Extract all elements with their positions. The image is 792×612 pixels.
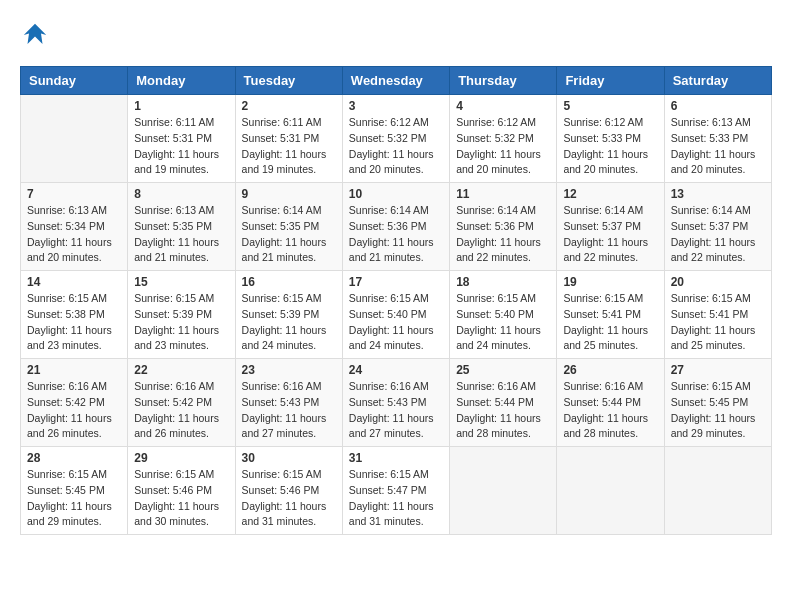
calendar-cell — [450, 447, 557, 535]
daylight-text: Daylight: 11 hours and 22 minutes. — [456, 235, 550, 267]
calendar-cell: 23Sunrise: 6:16 AMSunset: 5:43 PMDayligh… — [235, 359, 342, 447]
calendar-day-header: Wednesday — [342, 67, 449, 95]
daylight-text: Daylight: 11 hours and 29 minutes. — [27, 499, 121, 531]
logo-bird-icon — [20, 20, 50, 50]
sunset-text: Sunset: 5:41 PM — [671, 307, 765, 323]
day-number: 4 — [456, 99, 550, 113]
sunset-text: Sunset: 5:37 PM — [671, 219, 765, 235]
calendar-cell: 21Sunrise: 6:16 AMSunset: 5:42 PMDayligh… — [21, 359, 128, 447]
day-info: Sunrise: 6:15 AMSunset: 5:47 PMDaylight:… — [349, 467, 443, 530]
day-number: 3 — [349, 99, 443, 113]
day-info: Sunrise: 6:16 AMSunset: 5:42 PMDaylight:… — [134, 379, 228, 442]
sunrise-text: Sunrise: 6:16 AM — [456, 379, 550, 395]
calendar-cell — [557, 447, 664, 535]
day-info: Sunrise: 6:13 AMSunset: 5:34 PMDaylight:… — [27, 203, 121, 266]
sunset-text: Sunset: 5:31 PM — [134, 131, 228, 147]
sunset-text: Sunset: 5:33 PM — [563, 131, 657, 147]
calendar-cell: 22Sunrise: 6:16 AMSunset: 5:42 PMDayligh… — [128, 359, 235, 447]
calendar-cell: 31Sunrise: 6:15 AMSunset: 5:47 PMDayligh… — [342, 447, 449, 535]
daylight-text: Daylight: 11 hours and 24 minutes. — [349, 323, 443, 355]
calendar-cell: 7Sunrise: 6:13 AMSunset: 5:34 PMDaylight… — [21, 183, 128, 271]
calendar-table: SundayMondayTuesdayWednesdayThursdayFrid… — [20, 66, 772, 535]
calendar-cell: 9Sunrise: 6:14 AMSunset: 5:35 PMDaylight… — [235, 183, 342, 271]
calendar-cell: 8Sunrise: 6:13 AMSunset: 5:35 PMDaylight… — [128, 183, 235, 271]
calendar-cell: 5Sunrise: 6:12 AMSunset: 5:33 PMDaylight… — [557, 95, 664, 183]
day-info: Sunrise: 6:16 AMSunset: 5:44 PMDaylight:… — [563, 379, 657, 442]
day-number: 16 — [242, 275, 336, 289]
sunset-text: Sunset: 5:40 PM — [349, 307, 443, 323]
sunrise-text: Sunrise: 6:15 AM — [563, 291, 657, 307]
calendar-cell: 3Sunrise: 6:12 AMSunset: 5:32 PMDaylight… — [342, 95, 449, 183]
day-info: Sunrise: 6:14 AMSunset: 5:36 PMDaylight:… — [349, 203, 443, 266]
calendar-cell: 11Sunrise: 6:14 AMSunset: 5:36 PMDayligh… — [450, 183, 557, 271]
day-number: 30 — [242, 451, 336, 465]
daylight-text: Daylight: 11 hours and 27 minutes. — [242, 411, 336, 443]
sunset-text: Sunset: 5:39 PM — [134, 307, 228, 323]
day-info: Sunrise: 6:16 AMSunset: 5:43 PMDaylight:… — [242, 379, 336, 442]
daylight-text: Daylight: 11 hours and 20 minutes. — [456, 147, 550, 179]
day-info: Sunrise: 6:12 AMSunset: 5:33 PMDaylight:… — [563, 115, 657, 178]
day-info: Sunrise: 6:14 AMSunset: 5:36 PMDaylight:… — [456, 203, 550, 266]
daylight-text: Daylight: 11 hours and 19 minutes. — [134, 147, 228, 179]
day-number: 22 — [134, 363, 228, 377]
day-info: Sunrise: 6:15 AMSunset: 5:40 PMDaylight:… — [456, 291, 550, 354]
day-info: Sunrise: 6:15 AMSunset: 5:45 PMDaylight:… — [671, 379, 765, 442]
sunset-text: Sunset: 5:40 PM — [456, 307, 550, 323]
sunset-text: Sunset: 5:34 PM — [27, 219, 121, 235]
day-number: 6 — [671, 99, 765, 113]
daylight-text: Daylight: 11 hours and 30 minutes. — [134, 499, 228, 531]
day-info: Sunrise: 6:11 AMSunset: 5:31 PMDaylight:… — [242, 115, 336, 178]
sunrise-text: Sunrise: 6:16 AM — [563, 379, 657, 395]
daylight-text: Daylight: 11 hours and 31 minutes. — [242, 499, 336, 531]
sunrise-text: Sunrise: 6:16 AM — [27, 379, 121, 395]
day-number: 23 — [242, 363, 336, 377]
calendar-cell: 16Sunrise: 6:15 AMSunset: 5:39 PMDayligh… — [235, 271, 342, 359]
day-number: 18 — [456, 275, 550, 289]
daylight-text: Daylight: 11 hours and 27 minutes. — [349, 411, 443, 443]
sunrise-text: Sunrise: 6:15 AM — [671, 379, 765, 395]
sunset-text: Sunset: 5:43 PM — [242, 395, 336, 411]
day-number: 12 — [563, 187, 657, 201]
day-number: 11 — [456, 187, 550, 201]
day-number: 27 — [671, 363, 765, 377]
calendar-cell: 27Sunrise: 6:15 AMSunset: 5:45 PMDayligh… — [664, 359, 771, 447]
sunset-text: Sunset: 5:38 PM — [27, 307, 121, 323]
calendar-cell: 1Sunrise: 6:11 AMSunset: 5:31 PMDaylight… — [128, 95, 235, 183]
sunrise-text: Sunrise: 6:15 AM — [456, 291, 550, 307]
daylight-text: Daylight: 11 hours and 21 minutes. — [242, 235, 336, 267]
day-number: 7 — [27, 187, 121, 201]
calendar-cell: 2Sunrise: 6:11 AMSunset: 5:31 PMDaylight… — [235, 95, 342, 183]
day-info: Sunrise: 6:16 AMSunset: 5:43 PMDaylight:… — [349, 379, 443, 442]
daylight-text: Daylight: 11 hours and 24 minutes. — [242, 323, 336, 355]
daylight-text: Daylight: 11 hours and 22 minutes. — [563, 235, 657, 267]
daylight-text: Daylight: 11 hours and 28 minutes. — [456, 411, 550, 443]
day-number: 19 — [563, 275, 657, 289]
calendar-day-header: Thursday — [450, 67, 557, 95]
calendar-cell: 4Sunrise: 6:12 AMSunset: 5:32 PMDaylight… — [450, 95, 557, 183]
sunset-text: Sunset: 5:45 PM — [27, 483, 121, 499]
calendar-cell: 29Sunrise: 6:15 AMSunset: 5:46 PMDayligh… — [128, 447, 235, 535]
daylight-text: Daylight: 11 hours and 28 minutes. — [563, 411, 657, 443]
sunrise-text: Sunrise: 6:12 AM — [563, 115, 657, 131]
sunset-text: Sunset: 5:42 PM — [134, 395, 228, 411]
sunset-text: Sunset: 5:45 PM — [671, 395, 765, 411]
day-info: Sunrise: 6:11 AMSunset: 5:31 PMDaylight:… — [134, 115, 228, 178]
sunrise-text: Sunrise: 6:16 AM — [134, 379, 228, 395]
calendar-day-header: Tuesday — [235, 67, 342, 95]
calendar-day-header: Sunday — [21, 67, 128, 95]
day-info: Sunrise: 6:14 AMSunset: 5:35 PMDaylight:… — [242, 203, 336, 266]
calendar-cell: 28Sunrise: 6:15 AMSunset: 5:45 PMDayligh… — [21, 447, 128, 535]
calendar-cell: 12Sunrise: 6:14 AMSunset: 5:37 PMDayligh… — [557, 183, 664, 271]
calendar-cell: 20Sunrise: 6:15 AMSunset: 5:41 PMDayligh… — [664, 271, 771, 359]
sunset-text: Sunset: 5:44 PM — [563, 395, 657, 411]
sunrise-text: Sunrise: 6:15 AM — [27, 467, 121, 483]
day-info: Sunrise: 6:15 AMSunset: 5:40 PMDaylight:… — [349, 291, 443, 354]
calendar-cell: 18Sunrise: 6:15 AMSunset: 5:40 PMDayligh… — [450, 271, 557, 359]
daylight-text: Daylight: 11 hours and 21 minutes. — [134, 235, 228, 267]
calendar-cell — [21, 95, 128, 183]
sunset-text: Sunset: 5:36 PM — [456, 219, 550, 235]
day-info: Sunrise: 6:14 AMSunset: 5:37 PMDaylight:… — [563, 203, 657, 266]
day-info: Sunrise: 6:15 AMSunset: 5:38 PMDaylight:… — [27, 291, 121, 354]
sunrise-text: Sunrise: 6:15 AM — [349, 467, 443, 483]
calendar-cell: 25Sunrise: 6:16 AMSunset: 5:44 PMDayligh… — [450, 359, 557, 447]
